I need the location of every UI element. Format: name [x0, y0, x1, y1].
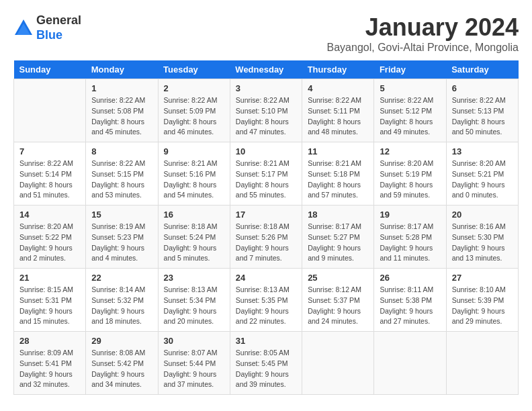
column-header-friday: Friday [374, 60, 446, 79]
calendar-cell: 29Sunrise: 8:08 AMSunset: 5:42 PMDayligh… [86, 332, 158, 395]
day-number: 12 [380, 146, 440, 156]
day-info: Sunrise: 8:22 AMSunset: 5:11 PMDaylight:… [308, 95, 368, 138]
calendar-cell: 28Sunrise: 8:09 AMSunset: 5:41 PMDayligh… [14, 332, 86, 395]
day-info: Sunrise: 8:17 AMSunset: 5:27 PMDaylight:… [308, 222, 368, 264]
day-number: 14 [19, 210, 80, 220]
calendar-cell: 6Sunrise: 8:22 AMSunset: 5:13 PMDaylight… [446, 79, 518, 142]
day-info: Sunrise: 8:20 AMSunset: 5:19 PMDaylight:… [380, 158, 440, 201]
calendar-cell: 15Sunrise: 8:19 AMSunset: 5:23 PMDayligh… [86, 205, 158, 269]
calendar-cell: 4Sunrise: 8:22 AMSunset: 5:11 PMDaylight… [302, 79, 374, 142]
calendar-cell: 27Sunrise: 8:10 AMSunset: 5:39 PMDayligh… [446, 269, 518, 332]
column-header-sunday: Sunday [14, 60, 86, 79]
day-number: 7 [19, 146, 80, 156]
day-number: 29 [91, 336, 152, 346]
day-number: 1 [91, 83, 152, 93]
calendar-cell: 18Sunrise: 8:17 AMSunset: 5:27 PMDayligh… [302, 205, 374, 269]
calendar-week-2: 7Sunrise: 8:22 AMSunset: 5:14 PMDaylight… [14, 142, 519, 205]
column-header-saturday: Saturday [446, 60, 518, 79]
page-subtitle: Bayangol, Govi-Altai Province, Mongolia [327, 42, 519, 54]
day-number: 9 [164, 146, 224, 156]
day-number: 17 [236, 210, 296, 220]
column-header-thursday: Thursday [302, 60, 374, 79]
day-info: Sunrise: 8:22 AMSunset: 5:14 PMDaylight:… [19, 158, 80, 201]
calendar-cell: 16Sunrise: 8:18 AMSunset: 5:24 PMDayligh… [158, 205, 230, 269]
calendar-cell [374, 332, 446, 395]
page-title: January 2024 [327, 13, 519, 42]
day-number: 6 [452, 83, 513, 93]
calendar-cell: 30Sunrise: 8:07 AMSunset: 5:44 PMDayligh… [158, 332, 230, 395]
calendar-cell: 2Sunrise: 8:22 AMSunset: 5:09 PMDaylight… [158, 79, 230, 142]
calendar-week-5: 28Sunrise: 8:09 AMSunset: 5:41 PMDayligh… [14, 332, 519, 395]
column-header-monday: Monday [86, 60, 158, 79]
column-header-tuesday: Tuesday [158, 60, 230, 79]
calendar-cell: 19Sunrise: 8:17 AMSunset: 5:28 PMDayligh… [374, 205, 446, 269]
page-header: General Blue January 2024 Bayangol, Govi… [13, 13, 519, 54]
calendar-cell: 9Sunrise: 8:21 AMSunset: 5:16 PMDaylight… [158, 142, 230, 205]
calendar-cell: 20Sunrise: 8:16 AMSunset: 5:30 PMDayligh… [446, 205, 518, 269]
calendar-cell [446, 332, 518, 395]
day-info: Sunrise: 8:20 AMSunset: 5:21 PMDaylight:… [452, 158, 513, 201]
day-number: 21 [19, 273, 80, 283]
logo: General Blue [13, 13, 81, 42]
day-number: 2 [164, 83, 224, 93]
day-info: Sunrise: 8:13 AMSunset: 5:35 PMDaylight:… [236, 285, 296, 327]
calendar-cell [14, 79, 86, 142]
calendar-cell: 8Sunrise: 8:22 AMSunset: 5:15 PMDaylight… [86, 142, 158, 205]
day-number: 13 [452, 146, 513, 156]
calendar-cell: 17Sunrise: 8:18 AMSunset: 5:26 PMDayligh… [230, 205, 302, 269]
day-info: Sunrise: 8:16 AMSunset: 5:30 PMDaylight:… [452, 222, 513, 264]
day-number: 24 [236, 273, 296, 283]
day-number: 18 [308, 210, 368, 220]
calendar-cell: 24Sunrise: 8:13 AMSunset: 5:35 PMDayligh… [230, 269, 302, 332]
day-info: Sunrise: 8:20 AMSunset: 5:22 PMDaylight:… [19, 222, 80, 264]
title-area: January 2024 Bayangol, Govi-Altai Provin… [327, 13, 519, 54]
logo-blue-text: Blue [36, 28, 62, 42]
calendar-cell: 25Sunrise: 8:12 AMSunset: 5:37 PMDayligh… [302, 269, 374, 332]
day-number: 20 [452, 210, 513, 220]
day-info: Sunrise: 8:13 AMSunset: 5:34 PMDaylight:… [164, 285, 224, 327]
day-info: Sunrise: 8:15 AMSunset: 5:31 PMDaylight:… [19, 285, 80, 327]
day-info: Sunrise: 8:22 AMSunset: 5:10 PMDaylight:… [236, 95, 296, 138]
day-number: 28 [19, 336, 80, 346]
calendar-header-row: SundayMondayTuesdayWednesdayThursdayFrid… [14, 60, 519, 79]
day-info: Sunrise: 8:07 AMSunset: 5:44 PMDaylight:… [164, 348, 224, 390]
calendar-cell: 22Sunrise: 8:14 AMSunset: 5:32 PMDayligh… [86, 269, 158, 332]
day-number: 8 [91, 146, 152, 156]
calendar-cell: 31Sunrise: 8:05 AMSunset: 5:45 PMDayligh… [230, 332, 302, 395]
day-number: 15 [91, 210, 152, 220]
day-number: 22 [91, 273, 152, 283]
calendar-week-4: 21Sunrise: 8:15 AMSunset: 5:31 PMDayligh… [14, 269, 519, 332]
day-info: Sunrise: 8:22 AMSunset: 5:08 PMDaylight:… [91, 95, 152, 138]
day-number: 19 [380, 210, 440, 220]
day-info: Sunrise: 8:22 AMSunset: 5:09 PMDaylight:… [164, 95, 224, 138]
calendar-cell: 26Sunrise: 8:11 AMSunset: 5:38 PMDayligh… [374, 269, 446, 332]
day-info: Sunrise: 8:08 AMSunset: 5:42 PMDaylight:… [91, 348, 152, 390]
calendar-cell: 1Sunrise: 8:22 AMSunset: 5:08 PMDaylight… [86, 79, 158, 142]
day-info: Sunrise: 8:05 AMSunset: 5:45 PMDaylight:… [236, 348, 296, 390]
day-info: Sunrise: 8:14 AMSunset: 5:32 PMDaylight:… [91, 285, 152, 327]
calendar-cell: 12Sunrise: 8:20 AMSunset: 5:19 PMDayligh… [374, 142, 446, 205]
calendar-week-3: 14Sunrise: 8:20 AMSunset: 5:22 PMDayligh… [14, 205, 519, 269]
day-info: Sunrise: 8:12 AMSunset: 5:37 PMDaylight:… [308, 285, 368, 327]
day-number: 25 [308, 273, 368, 283]
calendar-cell: 5Sunrise: 8:22 AMSunset: 5:12 PMDaylight… [374, 79, 446, 142]
calendar-cell: 21Sunrise: 8:15 AMSunset: 5:31 PMDayligh… [14, 269, 86, 332]
day-number: 11 [308, 146, 368, 156]
day-info: Sunrise: 8:21 AMSunset: 5:18 PMDaylight:… [308, 158, 368, 201]
day-number: 30 [164, 336, 224, 346]
day-number: 23 [164, 273, 224, 283]
calendar-cell: 7Sunrise: 8:22 AMSunset: 5:14 PMDaylight… [14, 142, 86, 205]
day-info: Sunrise: 8:21 AMSunset: 5:17 PMDaylight:… [236, 158, 296, 201]
day-info: Sunrise: 8:22 AMSunset: 5:13 PMDaylight:… [452, 95, 513, 138]
calendar-cell: 11Sunrise: 8:21 AMSunset: 5:18 PMDayligh… [302, 142, 374, 205]
day-number: 3 [236, 83, 296, 93]
day-info: Sunrise: 8:18 AMSunset: 5:26 PMDaylight:… [236, 222, 296, 264]
day-number: 10 [236, 146, 296, 156]
day-number: 5 [380, 83, 440, 93]
calendar-cell: 13Sunrise: 8:20 AMSunset: 5:21 PMDayligh… [446, 142, 518, 205]
day-number: 31 [236, 336, 296, 346]
calendar-cell: 23Sunrise: 8:13 AMSunset: 5:34 PMDayligh… [158, 269, 230, 332]
day-info: Sunrise: 8:21 AMSunset: 5:16 PMDaylight:… [164, 158, 224, 201]
logo-general-text: General [36, 13, 81, 27]
day-info: Sunrise: 8:09 AMSunset: 5:41 PMDaylight:… [19, 348, 80, 390]
